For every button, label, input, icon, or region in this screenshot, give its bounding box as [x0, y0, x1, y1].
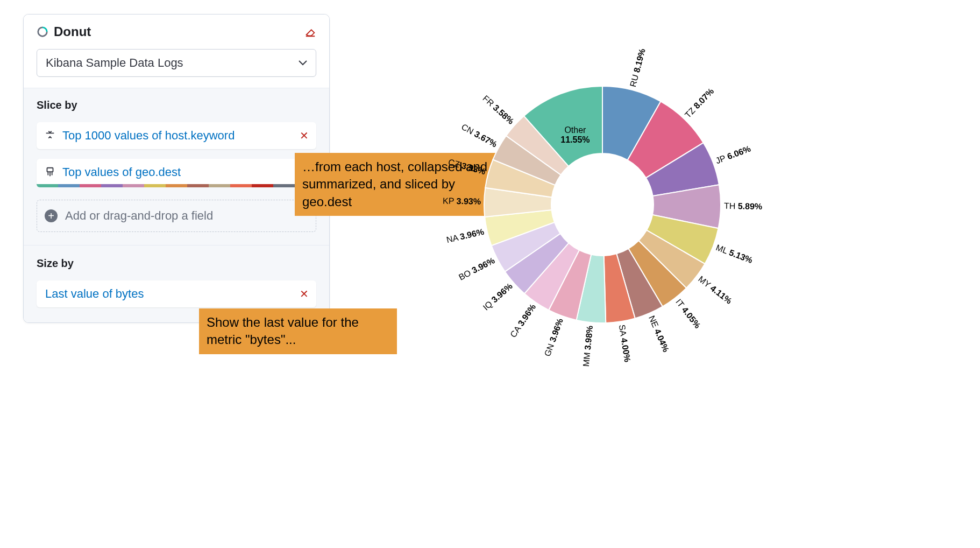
- slice-label: FR 3.58%: [481, 94, 515, 126]
- chevron-down-icon: [299, 60, 307, 66]
- slice-label: NA 3.96%: [445, 227, 485, 245]
- size-by-label: Size by: [37, 257, 316, 270]
- drop-hint-text: Add or drag-and-drop a field: [65, 209, 213, 223]
- geodest-color-strip: [37, 184, 316, 187]
- slice-label: MY 4.11%: [697, 275, 734, 306]
- slice-label: KP 3.93%: [443, 196, 481, 206]
- eraser-icon[interactable]: [304, 26, 316, 38]
- donut-icon: [37, 26, 48, 38]
- datasource-select[interactable]: Kibana Sample Data Logs: [37, 49, 316, 77]
- slice-label: IT 4.05%: [674, 297, 702, 330]
- size-field-bytes-label: Last value of bytes: [45, 287, 293, 301]
- remove-slice-host[interactable]: ✕: [299, 129, 309, 142]
- panel-title-row: Donut: [37, 24, 316, 39]
- slice-label: JP 6.06%: [714, 144, 752, 166]
- slice-label: TZ 8.07%: [683, 87, 715, 120]
- slice-label: CN 3.67%: [460, 122, 499, 149]
- slice-label: RU 8.19%: [628, 47, 647, 88]
- slice-label: TH 5.89%: [724, 201, 762, 211]
- slice-label: GN 3.96%: [543, 317, 565, 357]
- slice-field-geodest-label: Top values of geo.dest: [62, 165, 293, 179]
- callout-size: Show the last value for the metric "byte…: [199, 308, 397, 354]
- config-panel: Donut Kibana Sample Data Logs Slice by T…: [23, 14, 330, 323]
- donut-chart: Other11.55%RU 8.19%TZ 8.07%JP 6.06%TH 5.…: [463, 65, 742, 345]
- slice-label: BO 3.96%: [457, 256, 496, 282]
- plus-icon: +: [45, 209, 58, 222]
- slice-field-host[interactable]: Top 1000 values of host.keyword ✕: [37, 122, 316, 149]
- slice-drop-zone[interactable]: + Add or drag-and-drop a field: [37, 200, 316, 232]
- slice-by-section: Slice by Top 1000 values of host.keyword…: [24, 88, 329, 245]
- collapse-icon: [44, 130, 56, 142]
- slice-label: CA 3.96%: [508, 303, 537, 339]
- slice-label: Other11.55%: [560, 125, 590, 144]
- datasource-value: Kibana Sample Data Logs: [46, 56, 183, 70]
- slice-label: MM 3.98%: [581, 325, 594, 367]
- slice-field-host-label: Top 1000 values of host.keyword: [62, 129, 293, 143]
- slice-label: IQ 3.96%: [481, 282, 514, 312]
- brush-icon: [44, 166, 56, 178]
- slice-label: NE 4.04%: [647, 314, 671, 354]
- svg-rect-3: [47, 168, 53, 172]
- panel-title: Donut: [54, 24, 299, 39]
- slice-field-geodest[interactable]: Top values of geo.dest ✕: [37, 159, 316, 186]
- remove-size-bytes[interactable]: ✕: [299, 287, 309, 300]
- slice-by-label: Slice by: [37, 99, 316, 111]
- size-field-bytes[interactable]: Last value of bytes ✕: [37, 280, 316, 307]
- slice-label: SA 4.00%: [617, 324, 633, 363]
- panel-header: Donut Kibana Sample Data Logs: [24, 15, 329, 88]
- slice-label: ML 5.13%: [715, 243, 754, 265]
